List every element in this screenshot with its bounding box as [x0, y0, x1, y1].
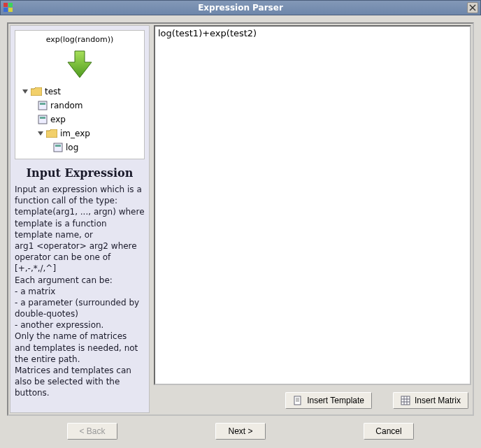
close-button[interactable] — [467, 2, 478, 13]
window-title: Expression Parser — [14, 3, 467, 13]
chevron-down-icon — [38, 131, 43, 136]
insert-template-button[interactable]: Insert Template — [285, 392, 372, 409]
window-body: exp(log(random)) — [0, 15, 481, 448]
close-icon — [469, 4, 476, 11]
svg-rect-1 — [8, 3, 13, 7]
svg-rect-3 — [8, 8, 13, 12]
folder-icon — [46, 129, 57, 138]
expression-input[interactable]: log(test1)+exp(test2) — [154, 25, 471, 385]
tree-folder-im-exp[interactable]: im_exp — [22, 127, 141, 140]
svg-rect-9 — [40, 117, 45, 119]
svg-rect-10 — [54, 143, 62, 152]
cancel-button[interactable]: Cancel — [364, 423, 414, 440]
button-label: Insert Template — [307, 396, 364, 405]
button-label: Cancel — [375, 426, 401, 436]
tree-item-random[interactable]: random — [22, 99, 141, 113]
template-icon — [38, 101, 48, 110]
help-body: Input an expression which is a function … — [13, 184, 146, 399]
svg-rect-0 — [3, 3, 8, 7]
right-pane: log(test1)+exp(test2) Insert Template In… — [154, 25, 471, 413]
grid-icon — [401, 396, 410, 405]
svg-rect-7 — [40, 103, 45, 105]
svg-rect-2 — [3, 8, 8, 12]
insert-arrow-icon — [18, 47, 141, 85]
main-panel: exp(log(random)) — [7, 22, 474, 416]
document-icon — [293, 396, 303, 405]
svg-rect-8 — [38, 115, 47, 124]
button-label: Insert Matrix — [415, 396, 461, 405]
insert-matrix-button[interactable]: Insert Matrix — [393, 392, 468, 409]
tree-label: exp — [50, 115, 66, 124]
tree[interactable]: test random exp — [18, 85, 141, 154]
button-label: Next > — [228, 426, 252, 436]
app-icon — [3, 2, 14, 13]
tree-item-log[interactable]: log — [22, 140, 141, 154]
template-icon — [53, 143, 63, 152]
tree-label: random — [50, 101, 83, 110]
folder-icon — [31, 87, 42, 96]
insert-buttons-row: Insert Template Insert Matrix — [154, 389, 471, 413]
left-pane: exp(log(random)) — [10, 25, 150, 413]
template-icon — [38, 115, 48, 124]
back-button: < Back — [67, 423, 117, 440]
tree-label: log — [66, 143, 78, 152]
tree-folder-test[interactable]: test — [22, 85, 141, 99]
svg-rect-16 — [401, 396, 410, 405]
chevron-down-icon — [22, 89, 28, 94]
svg-rect-6 — [38, 101, 47, 110]
tree-item-exp[interactable]: exp — [22, 113, 141, 127]
svg-rect-11 — [55, 145, 61, 147]
tree-label: test — [45, 87, 61, 96]
help-title: Input Expression — [13, 166, 146, 180]
button-label: < Back — [79, 426, 105, 436]
next-button[interactable]: Next > — [215, 423, 266, 440]
tree-label: im_exp — [60, 129, 90, 138]
wizard-buttons: < Back Next > Cancel — [7, 416, 474, 441]
tree-header: exp(log(random)) — [18, 34, 141, 47]
titlebar: Expression Parser — [0, 0, 481, 15]
svg-rect-12 — [294, 396, 301, 405]
tree-panel: exp(log(random)) — [15, 30, 145, 159]
